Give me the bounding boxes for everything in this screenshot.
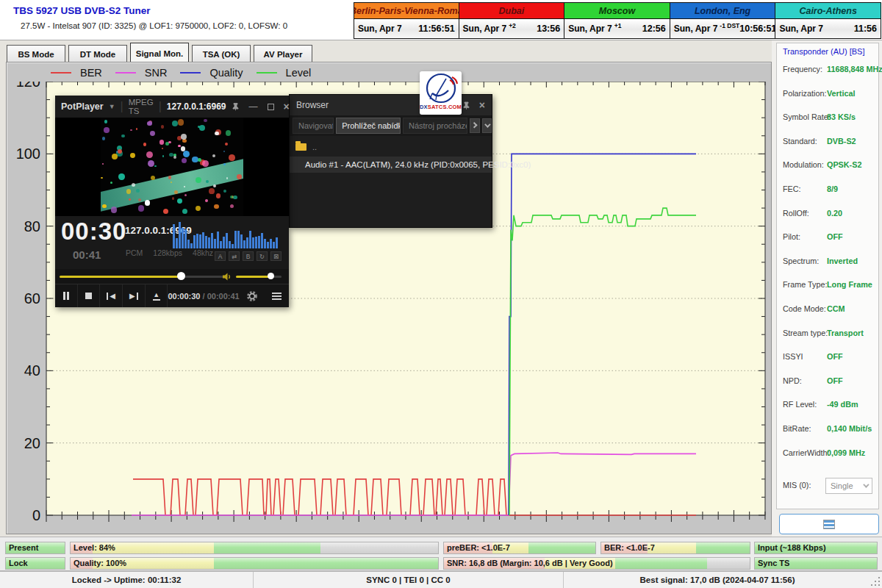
tab-list-button[interactable] <box>482 118 492 133</box>
confetti-dot <box>168 141 171 144</box>
confetti-dot <box>162 148 163 149</box>
confetti-dot <box>223 190 226 193</box>
transponder-field-row: Modulation:QPSK-S2 <box>783 160 875 171</box>
confetti-dot <box>226 130 231 135</box>
ab-point-a-button[interactable]: A <box>215 251 226 261</box>
clock-city-label: Dubai <box>459 3 564 19</box>
confetti-dot <box>182 158 187 163</box>
clock-cell: Berlin-Paris-Vienna-RomaSun, Apr 711:56:… <box>354 2 459 39</box>
resize-grip-icon[interactable] <box>871 577 881 587</box>
field-value: Vertical <box>827 89 855 98</box>
pin-icon[interactable] <box>462 101 470 110</box>
field-value: OFF <box>827 352 843 361</box>
dxsatcs-logo: DXSATCS.COM <box>420 71 462 115</box>
tab-nastroj-prochazeni[interactable]: Nástroj procházení tit... <box>403 118 467 134</box>
tab-navigovat[interactable]: Navigovat <box>293 118 334 134</box>
best-signal-status: Best signal: 17,0 dB (2024-04-07 11:56) <box>564 572 871 588</box>
maximize-icon[interactable] <box>268 104 274 110</box>
transponder-field-row: RollOff:0.20 <box>783 209 875 220</box>
transponder-field-row: Spectrum:Inverted <box>783 257 875 268</box>
mis-dropdown[interactable]: Single <box>825 478 872 494</box>
clock-city-label: London, Eng <box>670 3 775 19</box>
close-icon[interactable]: × <box>284 101 290 112</box>
legend-swatch <box>180 72 201 74</box>
tab-prohlizec-nabidky[interactable]: Prohlížeč nabídky <box>336 118 401 134</box>
signal-bar: Quality: 100% <box>70 557 439 570</box>
browser-title: Browser <box>296 100 329 110</box>
legend-label: Quality <box>209 67 243 79</box>
signal-bar: Lock <box>5 557 65 570</box>
tab-scroll-right-button[interactable] <box>470 118 480 133</box>
potplayer-menu[interactable]: PotPlayer <box>61 101 104 112</box>
close-icon[interactable]: × <box>479 100 485 110</box>
clock-date: Sun, Apr 7 <box>463 24 507 34</box>
field-value: 0.20 <box>827 209 842 218</box>
pause-button[interactable] <box>55 284 78 307</box>
volume-bar[interactable] <box>236 276 282 278</box>
potplayer-titlebar[interactable]: PotPlayer ▼ | MPEG TS | 127.0.0.1:6969 —… <box>55 96 289 118</box>
parent-folder-row[interactable]: .. <box>295 140 492 154</box>
field-label: RF Level: <box>783 400 817 411</box>
gear-icon <box>246 290 258 302</box>
signal-bar-label: preBER: <1.0E-7 <box>447 543 510 552</box>
confetti-dot <box>143 143 147 146</box>
field-label: CarrierWidth: <box>783 448 830 459</box>
field-label: Stream type: <box>783 329 828 340</box>
ab-point-b-button[interactable]: B <box>243 251 254 261</box>
svg-text:60: 60 <box>24 290 40 306</box>
signal-bar: Sync TS <box>754 557 878 570</box>
repeat-button[interactable]: ↻ <box>257 251 268 261</box>
minimize-icon[interactable]: — <box>249 102 258 111</box>
audio-track-row[interactable]: Audio #1 - AAC(LATM), 24.0 kHz (PID:0x00… <box>290 157 492 173</box>
volume-knob[interactable] <box>268 273 274 279</box>
clock-utc-offset: +2 <box>509 22 516 29</box>
seek-knob[interactable] <box>177 272 185 280</box>
stream-list-button[interactable] <box>779 514 879 534</box>
menu-button[interactable] <box>264 293 289 300</box>
confetti-dot <box>145 200 150 205</box>
confetti-dot <box>174 190 178 194</box>
signal-bar-label: BER: <1.0E-7 <box>604 543 655 552</box>
confetti-dot <box>102 137 106 140</box>
mode-tabs: BS ModeDT ModeSignal Mon.TSA (OK)AV Play… <box>7 42 312 64</box>
field-label: ISSYI <box>783 352 803 363</box>
confetti-dot <box>173 156 176 159</box>
confetti-dot <box>121 135 124 137</box>
pin-icon[interactable] <box>232 102 240 111</box>
tab-signal-mon[interactable]: Signal Mon. <box>130 43 189 64</box>
spectrum-bar <box>234 231 237 249</box>
previous-button[interactable]: ◀ <box>100 284 123 307</box>
svg-text:80: 80 <box>24 218 40 234</box>
settings-button[interactable] <box>240 290 265 302</box>
spectrum-bar <box>196 234 198 248</box>
clock-time: 11:56 <box>854 24 877 34</box>
speaker-icon[interactable] <box>223 273 232 281</box>
next-button[interactable]: ▶ <box>123 284 146 307</box>
confetti-dot <box>130 153 135 158</box>
eject-button[interactable]: ▲ <box>146 284 168 307</box>
stream-type-label: MPEG TS <box>129 98 154 115</box>
bitrate-label: 128kbps <box>153 248 182 257</box>
seek-bar[interactable] <box>60 276 227 278</box>
clock-time: 13:56 <box>537 24 560 34</box>
fullscreen-button[interactable]: ⊠ <box>270 251 282 261</box>
stop-button[interactable] <box>78 284 101 307</box>
spectrum-bar <box>202 232 204 248</box>
spectrum-bar <box>220 241 222 248</box>
spectrum-bar <box>232 244 234 248</box>
transponder-field-row: Pilot:OFF <box>783 232 875 243</box>
signal-bar-label: Quality: 100% <box>74 559 126 567</box>
divider: | <box>121 100 123 113</box>
clock-utc-offset: -1 DST <box>720 22 739 29</box>
video-area[interactable] <box>55 118 289 216</box>
clock-cell: DubaiSun, Apr 7+213:56 <box>459 2 565 39</box>
field-value: QPSK-S2 <box>827 160 861 169</box>
confetti-dot <box>233 196 237 200</box>
ab-swap-button[interactable]: ⇄ <box>229 251 240 261</box>
confetti-dot <box>182 209 187 214</box>
transponder-field-row: Frame Type:Long Frame <box>783 280 875 291</box>
transponder-field-row: RF Level:-49 dBm <box>783 400 875 411</box>
spectrum-bar <box>246 237 248 248</box>
spectrum-bar <box>226 233 228 248</box>
confetti-dot <box>118 173 124 179</box>
